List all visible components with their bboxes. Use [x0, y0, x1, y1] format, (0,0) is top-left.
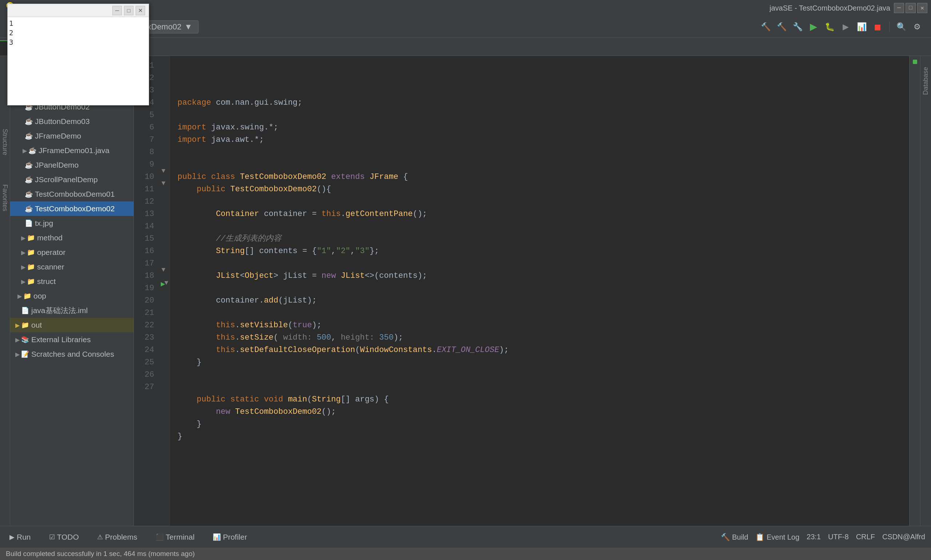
- build-button[interactable]: 🔨: [759, 20, 772, 34]
- preview-close[interactable]: ✕: [135, 6, 145, 15]
- tree-item-jbuttondemo03[interactable]: ☕ JButtonDemo03: [10, 114, 134, 129]
- java-icon: ☕: [25, 132, 33, 140]
- debug-button[interactable]: 🐛: [823, 20, 836, 34]
- maximize-btn[interactable]: □: [906, 3, 916, 13]
- code-line-10: public class TestComboboxDemo02 extends …: [177, 171, 902, 183]
- preview-line-2: 2: [9, 28, 147, 37]
- event-log-label[interactable]: 📋 Event Log: [756, 533, 799, 542]
- code-line-16: String[] contents = {"1","2","3"};: [177, 245, 902, 257]
- run-icon: ▶: [9, 533, 15, 541]
- status-bar: Build completed successfully in 1 sec, 4…: [0, 548, 931, 560]
- terminal-icon: ⬛: [155, 533, 164, 541]
- build2-button[interactable]: 🔨: [775, 20, 788, 34]
- code-line-23: this.setSize( width: 500, height: 350);: [177, 332, 902, 344]
- tree-item-testcomboboxdemo01[interactable]: ☕ TestComboboxDemo01: [10, 187, 134, 202]
- structure-label[interactable]: Structure: [1, 129, 9, 155]
- build-label[interactable]: 🔨 Build: [721, 533, 748, 542]
- fold-marker-constructor[interactable]: ▼: [162, 180, 165, 187]
- folder-icon: 📁: [27, 234, 35, 242]
- preview-window[interactable]: ─ □ ✕ 1 2 3: [7, 4, 149, 105]
- code-line-12: [177, 195, 902, 208]
- code-gutter: ▼ ▼ ▼ ▶ ▼: [159, 56, 170, 538]
- code-line-13: Container container = this.getContentPan…: [177, 208, 902, 220]
- code-line-22: this.setVisible(true);: [177, 319, 902, 332]
- code-line-14: [177, 220, 902, 233]
- project-tree: ☕ IdeaCrack ☕ ImageIconDemo ☕ JButtonDem…: [10, 56, 134, 538]
- event-log-icon: 📋: [756, 533, 765, 541]
- build3-button[interactable]: 🔧: [791, 20, 804, 34]
- tree-item-scanner[interactable]: ▶ 📁 scanner: [10, 260, 134, 274]
- tree-item-iml[interactable]: 📄 java基础法法.iml: [10, 303, 134, 318]
- search-button[interactable]: 🔍: [895, 20, 908, 34]
- scratches-icon: 📝: [21, 350, 29, 358]
- tree-item-jframedemo01[interactable]: ▶ ☕ JFrameDemo01.java: [10, 143, 134, 158]
- profiler-button[interactable]: 📊: [855, 20, 868, 34]
- bottom-right-info: 🔨 Build 📋 Event Log 23:1 UTF-8 CRLF CSDN…: [721, 533, 925, 542]
- library-icon: 📚: [21, 335, 29, 344]
- tree-item-oop[interactable]: ▶ 📁 oop: [10, 289, 134, 303]
- database-label[interactable]: Database: [922, 67, 929, 95]
- folder-icon: 📁: [21, 321, 29, 329]
- tree-item-scratches[interactable]: ▶ 📝 Scratches and Consoles: [10, 347, 134, 362]
- build-icon: 🔨: [721, 533, 730, 541]
- preview-minimize[interactable]: ─: [112, 6, 122, 15]
- code-editor[interactable]: package com.nan.gui.swing; import javax.…: [170, 56, 909, 538]
- code-line-8: [177, 146, 902, 158]
- todo-icon: ☑: [49, 533, 55, 541]
- run-button[interactable]: ▶: [807, 20, 820, 34]
- tree-item-struct[interactable]: ▶ 📁 struct: [10, 274, 134, 289]
- toolbar-right: 🔨 🔨 🔧 ▶ 🐛 ▶ 📊 ◼ 🔍 ⚙: [759, 20, 924, 34]
- folder-icon: 📁: [27, 263, 35, 271]
- file-title: javaSE - TestComboboxDemo02.java: [769, 4, 890, 12]
- code-line-7: import java.awt.*;: [177, 134, 902, 146]
- line-numbers: 12345 678910 1112131415 1617181920 21222…: [134, 56, 159, 538]
- tree-item-txjpg[interactable]: 📄 tx.jpg: [10, 216, 134, 231]
- preview-line-1: 1: [9, 18, 147, 28]
- tree-item-out[interactable]: ▶ 📁 out: [10, 318, 134, 332]
- folder-icon: 📁: [27, 277, 35, 285]
- tree-item-jscrollpaneldemp[interactable]: ☕ JScrollPanelDemp: [10, 172, 134, 187]
- favorites-label[interactable]: Favorites: [1, 185, 9, 211]
- run-coverage-button[interactable]: ▶: [839, 20, 852, 34]
- code-line-27: [177, 381, 902, 394]
- todo-tool-btn[interactable]: ☑ TODO: [45, 531, 83, 543]
- file-icon: 📄: [21, 306, 29, 315]
- tree-item-method[interactable]: ▶ 📁 method: [10, 231, 134, 245]
- preview-maximize[interactable]: □: [124, 6, 134, 15]
- tree-item-jpaneldemo[interactable]: ☕ JPanelDemo: [10, 158, 134, 172]
- close-btn[interactable]: ✕: [917, 3, 927, 13]
- editor-area: 12345 678910 1112131415 1617181920 21222…: [134, 56, 920, 538]
- code-line-24: this.setDefaultCloseOperation(WindowCons…: [177, 344, 902, 356]
- minimize-btn[interactable]: ─: [894, 3, 904, 13]
- fold-marker-constructor-end[interactable]: ▼: [162, 266, 165, 274]
- tree-item-ext-lib[interactable]: ▶ 📚 External Libraries: [10, 332, 134, 347]
- profiler-tool-btn[interactable]: 📊 Profiler: [209, 531, 251, 543]
- fold-marker-class[interactable]: ▼: [162, 167, 165, 175]
- right-sidebar: Database: [920, 56, 931, 538]
- problems-tool-btn[interactable]: ⚠ Problems: [94, 531, 141, 543]
- profiler-icon: 📊: [213, 533, 221, 541]
- tree-item-operator[interactable]: ▶ 📁 operator: [10, 245, 134, 260]
- terminal-tool-btn[interactable]: ⬛ Terminal: [152, 531, 198, 543]
- code-line-9: [177, 158, 902, 171]
- java-icon: ☕: [25, 205, 33, 213]
- right-indicator-strip: [909, 56, 920, 538]
- fold-marker-main[interactable]: ▼: [165, 279, 168, 286]
- stop-button[interactable]: ◼: [871, 20, 884, 34]
- code-line-31: }: [177, 431, 902, 443]
- tree-item-testcomboboxdemo02[interactable]: ☕ TestComboboxDemo02: [10, 202, 134, 216]
- run-tool-btn[interactable]: ▶ Run: [6, 531, 35, 543]
- settings-button[interactable]: ⚙: [911, 20, 924, 34]
- code-line-15: //生成列表的内容: [177, 233, 902, 245]
- toolbar-sep2: [889, 22, 889, 32]
- code-line-17: [177, 257, 902, 270]
- line-encoding: UTF-8: [828, 533, 849, 541]
- file-icon: 📄: [25, 219, 33, 227]
- left-strip: Structure Favorites: [0, 56, 10, 538]
- tree-item-jframedemo[interactable]: ☕ JFrameDemo: [10, 129, 134, 143]
- line-separator: CRLF: [856, 533, 875, 541]
- code-line-20: container.add(jList);: [177, 295, 902, 307]
- preview-title-bar: ─ □ ✕: [8, 4, 149, 17]
- java-icon: ☕: [25, 190, 33, 198]
- java-icon: ☕: [28, 146, 36, 155]
